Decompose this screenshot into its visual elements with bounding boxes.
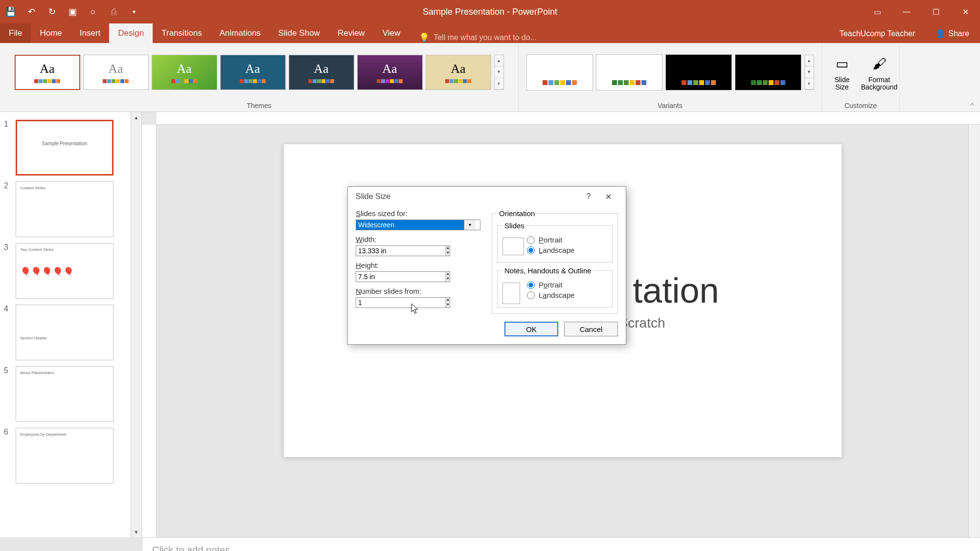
dialog-close-icon[interactable]: ✕ [598, 192, 618, 201]
slide-thumb-5[interactable]: About Placeholders [16, 366, 114, 422]
circle-icon[interactable]: ○ [87, 6, 99, 18]
share-button[interactable]: 👤 Share [925, 24, 980, 43]
slide-size-button[interactable]: ▭ Slide Size [825, 51, 859, 94]
print-icon[interactable]: ⎙ [108, 6, 119, 18]
tab-insert[interactable]: Insert [71, 23, 110, 43]
notes-portrait-label: Portrait [539, 281, 562, 289]
undo-icon[interactable]: ↶ [25, 6, 37, 18]
tab-view[interactable]: View [374, 23, 410, 43]
ribbon-display-icon[interactable]: ▭ [863, 0, 892, 23]
theme-thumb-2[interactable]: Aa [83, 55, 149, 90]
editor-scrollbar[interactable] [968, 125, 980, 537]
width-spinner[interactable]: ▲▼ [446, 245, 450, 256]
dialog-help-icon[interactable]: ? [579, 192, 598, 201]
format-background-button[interactable]: 🖌 Format Background [862, 51, 896, 94]
redo-icon[interactable]: ↻ [46, 6, 58, 18]
chevron-down-icon[interactable]: ▼ [446, 277, 450, 282]
share-label: Share [948, 29, 969, 38]
slides-portrait-radio[interactable] [527, 236, 535, 244]
thumbnails-scrollbar[interactable]: ▲ ▼ [131, 112, 141, 537]
variant-thumb-2[interactable] [596, 54, 662, 90]
slides-landscape-radio[interactable] [527, 246, 535, 254]
theme-thumb-6[interactable]: Aa [357, 55, 423, 90]
height-label: Height: [356, 261, 379, 269]
tab-slideshow[interactable]: Slide Show [270, 23, 329, 43]
ok-button[interactable]: OK [504, 322, 558, 336]
variant-thumb-4[interactable] [735, 54, 801, 90]
expand-gallery-icon[interactable]: ▾ [805, 78, 814, 89]
orientation-fieldset: Orientation Slides Portrait Landscape No… [492, 209, 618, 314]
notes-landscape-label: Landscape [539, 291, 574, 299]
theme-thumb-1[interactable]: Aa [15, 55, 80, 90]
number-from-spinner[interactable]: ▲▼ [446, 297, 450, 308]
theme-thumb-3[interactable]: Aa [152, 55, 217, 90]
number-from-input[interactable] [356, 297, 446, 308]
maximize-icon[interactable]: ☐ [921, 0, 951, 23]
themes-label: Themes [247, 100, 272, 110]
slide-thumb-6[interactable]: Employees by Department [16, 428, 114, 484]
qat-dropdown-icon[interactable]: ▾ [128, 6, 140, 18]
tab-transitions[interactable]: Transitions [153, 23, 211, 43]
slide-thumb-1[interactable]: Sample Presentation [16, 120, 114, 176]
minimize-icon[interactable]: — [892, 0, 921, 23]
collapse-ribbon-icon[interactable]: ㅅ [969, 100, 975, 109]
chevron-down-icon[interactable]: ▼ [446, 251, 450, 256]
slide-size-label: Slide Size [828, 76, 856, 91]
notes-orientation-fieldset: Notes, Handouts & Outline Portrait Lands… [497, 266, 613, 308]
sized-for-dropdown[interactable]: Widescreen ▾ [356, 220, 480, 230]
tab-animations[interactable]: Animations [211, 23, 270, 43]
notes-landscape-radio[interactable] [527, 291, 535, 299]
chevron-down-icon[interactable]: ▾ [464, 220, 476, 230]
slide-thumb-2[interactable]: Content Slides [16, 181, 114, 237]
notes-pane[interactable]: Click to add notes [142, 537, 980, 551]
lightbulb-icon: 💡 [419, 32, 430, 43]
horizontal-ruler[interactable] [157, 112, 980, 125]
slide-thumb-4[interactable]: Section Header [16, 305, 114, 360]
dialog-titlebar[interactable]: Slide Size ? ✕ [348, 187, 626, 206]
orientation-legend: Orientation [497, 209, 537, 218]
thumb-title: Section Header [20, 336, 109, 340]
themes-gallery-spinner[interactable]: ▲▼▾ [494, 55, 504, 90]
theme-thumb-7[interactable]: Aa [426, 55, 491, 90]
slides-legend: Slides [502, 221, 526, 230]
scroll-down-icon[interactable]: ▼ [131, 527, 141, 537]
width-input-group: ▲▼ [356, 245, 407, 256]
tell-me-input[interactable] [433, 33, 580, 42]
height-spinner[interactable]: ▲▼ [446, 271, 450, 282]
theme-thumb-5[interactable]: Aa [289, 55, 354, 90]
chevron-up-icon[interactable]: ▲ [446, 246, 450, 251]
tab-design[interactable]: Design [109, 23, 153, 43]
close-icon[interactable]: ✕ [951, 0, 980, 23]
height-input[interactable] [356, 271, 446, 282]
variant-thumb-1[interactable] [526, 54, 593, 90]
cancel-button[interactable]: Cancel [564, 322, 618, 336]
save-icon[interactable]: 💾 [5, 6, 17, 18]
chevron-up-icon[interactable]: ▲ [446, 272, 450, 277]
variants-gallery-spinner[interactable]: ▲▼▾ [804, 55, 814, 90]
tell-me-search[interactable]: 💡 [419, 32, 830, 43]
chevron-down-icon[interactable]: ▼ [495, 66, 503, 78]
portrait-page-icon [502, 283, 520, 304]
variant-thumb-3[interactable] [665, 54, 732, 90]
tab-home[interactable]: Home [31, 23, 70, 43]
theme-thumb-4[interactable]: Aa [220, 55, 286, 90]
title-bar: 💾 ↶ ↻ ▣ ○ ⎙ ▾ Sample Presentation - Powe… [0, 0, 980, 23]
scroll-up-icon[interactable]: ▲ [131, 112, 141, 123]
tab-review[interactable]: Review [329, 23, 374, 43]
notes-legend: Notes, Handouts & Outline [502, 266, 593, 275]
signed-in-user[interactable]: TeachUcomp Teacher [830, 24, 925, 43]
chevron-down-icon[interactable]: ▼ [805, 66, 814, 78]
height-input-group: ▲▼ [356, 271, 407, 282]
chevron-down-icon[interactable]: ▼ [446, 303, 450, 308]
chevron-up-icon[interactable]: ▲ [495, 55, 503, 66]
tab-file[interactable]: File [0, 23, 31, 43]
themes-group: Aa Aa Aa Aa Aa Aa Aa ▲▼▾ Themes [0, 43, 519, 111]
notes-portrait-radio[interactable] [527, 281, 535, 289]
width-input[interactable] [356, 245, 446, 256]
vertical-ruler[interactable] [142, 125, 157, 537]
chevron-up-icon[interactable]: ▲ [805, 55, 814, 66]
start-from-beginning-icon[interactable]: ▣ [67, 6, 78, 18]
chevron-up-icon[interactable]: ▲ [446, 298, 450, 303]
slide-thumb-3[interactable]: Two Content Slides🎈🎈🎈🎈🎈 [16, 243, 114, 299]
expand-gallery-icon[interactable]: ▾ [495, 78, 503, 89]
